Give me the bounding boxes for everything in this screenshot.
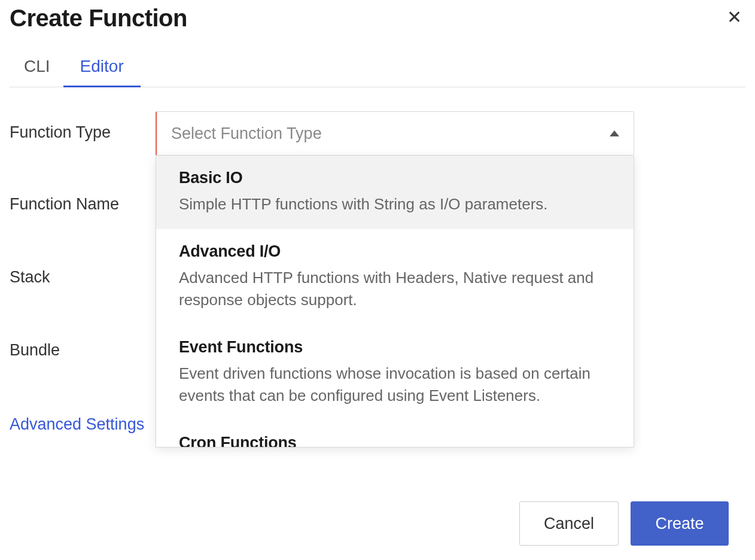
option-desc: Event driven functions whose invocation … — [179, 363, 611, 406]
option-desc: Simple HTTP functions with String as I/O… — [179, 193, 611, 215]
dropdown-option-basic-io[interactable]: Basic IO Simple HTTP functions with Stri… — [156, 156, 634, 229]
create-function-dialog: Create Function ✕ CLI Editor Function Ty… — [0, 0, 755, 555]
dropdown-option-advanced-io[interactable]: Advanced I/O Advanced HTTP functions wit… — [156, 229, 634, 325]
tab-cli[interactable]: CLI — [20, 48, 63, 87]
option-title: Cron Functions — [179, 434, 611, 448]
close-icon[interactable]: ✕ — [723, 5, 745, 30]
function-type-select[interactable]: Select Function Type — [156, 111, 634, 156]
dialog-header: Create Function ✕ — [10, 5, 745, 32]
dropdown-option-cron-functions[interactable]: Cron Functions — [156, 421, 634, 448]
option-title: Basic IO — [179, 169, 611, 187]
function-type-control: Select Function Type Basic IO Simple HTT… — [156, 111, 634, 156]
caret-up-icon — [610, 130, 619, 136]
function-type-placeholder: Select Function Type — [171, 124, 322, 143]
dialog-title: Create Function — [10, 5, 187, 32]
advanced-settings-link[interactable]: Advanced Settings — [10, 415, 144, 434]
form-row-function-type: Function Type Select Function Type Basic… — [10, 111, 745, 157]
stack-label: Stack — [10, 256, 156, 287]
option-title: Event Functions — [179, 338, 611, 357]
bundle-label: Bundle — [10, 329, 156, 360]
form: Function Type Select Function Type Basic… — [10, 111, 745, 455]
dialog-footer: Cancel Create — [10, 501, 745, 546]
function-name-label: Function Name — [10, 183, 156, 214]
tab-editor[interactable]: Editor — [63, 48, 141, 87]
function-type-dropdown: Basic IO Simple HTTP functions with Stri… — [156, 156, 634, 448]
create-button[interactable]: Create — [631, 501, 729, 546]
option-desc: Advanced HTTP functions with Headers, Na… — [179, 267, 611, 311]
dropdown-option-event-functions[interactable]: Event Functions Event driven functions w… — [156, 325, 634, 421]
function-type-label: Function Type — [10, 111, 156, 142]
cancel-button[interactable]: Cancel — [519, 501, 619, 546]
option-title: Advanced I/O — [179, 242, 611, 261]
tabs: CLI Editor — [10, 48, 745, 87]
